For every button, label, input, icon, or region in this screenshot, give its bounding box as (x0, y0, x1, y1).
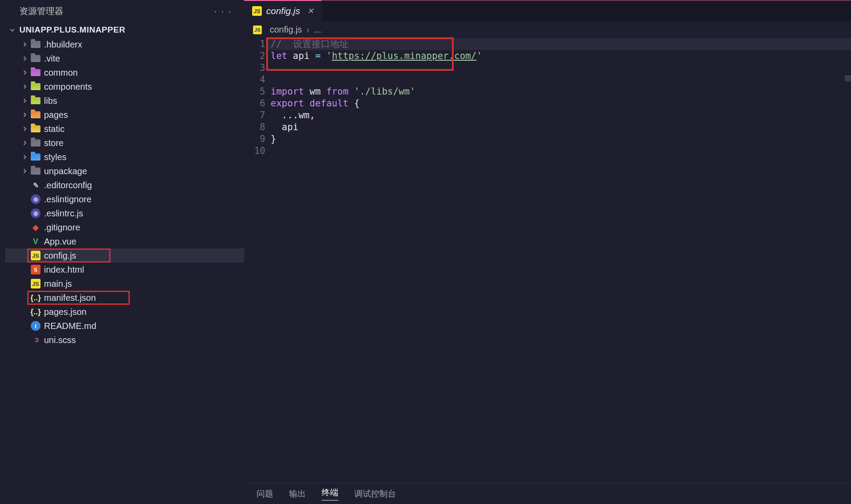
js-icon: JS (31, 279, 40, 289)
explorer-sidebar: 资源管理器 · · · UNIAPP.PLUS.MINAPPER .hbuild… (0, 0, 244, 504)
line-number-8: 8 (244, 121, 265, 133)
editor-pane: JS config.js ✕ JS config.js › ... 123456… (244, 0, 851, 504)
json-icon: {..} (31, 293, 40, 303)
folder-icon (31, 110, 40, 120)
js-icon: JS (253, 26, 262, 34)
breadcrumb-file: config.js (270, 25, 302, 35)
line-number-3: 3 (244, 62, 265, 74)
tree-folder-common[interactable]: common (5, 66, 244, 80)
panel-tab-3[interactable]: 调试控制台 (354, 488, 396, 500)
code-area[interactable]: 12345678910 // 设置接口地址 let api = 'https:/… (244, 37, 851, 483)
tree-item-label: components (44, 82, 92, 92)
js-icon: JS (252, 6, 262, 16)
vue-icon: V (31, 237, 40, 246)
line-number-10: 10 (244, 145, 265, 157)
breadcrumb-rest: ... (314, 25, 321, 35)
close-icon[interactable]: ✕ (307, 6, 314, 16)
tree-file-App.vue[interactable]: VApp.vue (5, 234, 244, 248)
folder-icon (31, 138, 40, 148)
file-tree: .hbuilderx.vitecommoncomponentslibspages… (5, 37, 244, 347)
tree-folder-components[interactable]: components (5, 80, 244, 94)
chevron-right-icon: › (306, 25, 309, 35)
tree-item-label: .hbuilderx (44, 40, 82, 50)
tree-item-label: uni.scss (44, 335, 76, 345)
git-icon: ◆ (31, 223, 40, 232)
code-line-3 (271, 62, 851, 74)
chevron-right-icon (21, 83, 28, 90)
code-line-5: import wm from './libs/wm' (271, 86, 851, 98)
chevron-right-icon (21, 139, 28, 146)
tree-folder-libs[interactable]: libs (5, 94, 244, 108)
tree-item-label: store (44, 138, 63, 148)
tree-item-label: .vite (44, 54, 60, 64)
tree-folder-static[interactable]: static (5, 122, 244, 136)
code-line-2: let api = 'https://plus.minapper.com/' (271, 50, 851, 62)
eslint-icon: ◎ (31, 194, 40, 204)
tree-file-.eslintrc.js[interactable]: ◎.eslintrc.js (5, 206, 244, 220)
folder-icon (31, 54, 40, 63)
project-root-toggle[interactable]: UNIAPP.PLUS.MINAPPER (5, 22, 244, 37)
code-line-8: api (271, 121, 851, 133)
tree-file-index.html[interactable]: 5index.html (5, 263, 244, 277)
folder-icon (31, 96, 40, 106)
code-content[interactable]: // 设置接口地址 let api = 'https://plus.minapp… (271, 38, 851, 483)
panel-tab-2[interactable]: 终端 (322, 487, 338, 500)
info-icon: i (31, 321, 40, 331)
code-line-6: export default { (271, 98, 851, 110)
tab-label: config.js (266, 6, 300, 16)
chevron-right-icon (21, 55, 28, 62)
code-line-4 (271, 74, 851, 86)
tree-item-label: static (44, 124, 65, 134)
json-icon: {..} (31, 307, 40, 317)
code-line-9: } (271, 133, 851, 145)
explorer-title: 资源管理器 (19, 5, 63, 17)
breadcrumb[interactable]: JS config.js › ... (244, 21, 851, 37)
tree-item-label: .eslintrc.js (44, 208, 83, 219)
tree-item-label: main.js (44, 279, 72, 289)
chevron-right-icon (21, 153, 28, 161)
tree-file-README.md[interactable]: iREADME.md (5, 319, 244, 333)
tree-item-label: index.html (44, 265, 84, 275)
tree-item-label: config.js (44, 251, 76, 261)
line-number-4: 4 (244, 74, 265, 86)
panel-tab-1[interactable]: 输出 (289, 488, 306, 500)
tree-item-label: .gitignore (44, 223, 80, 233)
tree-file-pages.json[interactable]: {..}pages.json (5, 305, 244, 319)
tree-file-main.js[interactable]: JSmain.js (5, 277, 244, 291)
tab-config-js[interactable]: JS config.js ✕ (244, 0, 322, 21)
tree-folder-pages[interactable]: pages (5, 108, 244, 122)
tree-item-label: App.vue (44, 237, 76, 247)
line-number-2: 2 (244, 50, 265, 62)
explorer-more-icon[interactable]: · · · (214, 6, 235, 17)
editorconfig-icon: ✎ (31, 180, 40, 190)
tree-file-.eslintignore[interactable]: ◎.eslintignore (5, 192, 244, 206)
editor-tabbar: JS config.js ✕ (244, 0, 851, 21)
line-number-1: 1 (244, 38, 265, 50)
js-icon: JS (31, 251, 40, 260)
tree-item-label: unpackage (44, 166, 87, 176)
folder-icon (31, 124, 40, 134)
chevron-down-icon (9, 26, 16, 33)
folder-icon (31, 166, 40, 176)
minimap-scrollbar[interactable] (845, 75, 851, 81)
panel-tab-0[interactable]: 问题 (257, 488, 273, 500)
tree-folder-store[interactable]: store (5, 136, 244, 150)
tree-item-label: manifest.json (44, 293, 96, 303)
tree-file-config.js[interactable]: JSconfig.js (5, 248, 244, 263)
sass-icon: ဒ (31, 335, 40, 345)
chevron-right-icon (21, 69, 28, 76)
line-number-gutter: 12345678910 (244, 38, 271, 483)
tree-folder-styles[interactable]: styles (5, 150, 244, 164)
panel-tabs: 问题输出终端调试控制台 (244, 483, 851, 504)
chevron-right-icon (21, 97, 28, 104)
tree-file-.editorconfig[interactable]: ✎.editorconfig (5, 178, 244, 192)
chevron-right-icon (21, 111, 28, 118)
tree-folder-.hbuilderx[interactable]: .hbuilderx (5, 37, 244, 51)
line-number-5: 5 (244, 86, 265, 98)
tree-folder-.vite[interactable]: .vite (5, 51, 244, 66)
tree-file-uni.scss[interactable]: ဒuni.scss (5, 333, 244, 347)
tree-item-label: styles (44, 152, 66, 162)
tree-file-manifest.json[interactable]: {..}manifest.json (5, 291, 244, 305)
tree-folder-unpackage[interactable]: unpackage (5, 164, 244, 178)
tree-file-.gitignore[interactable]: ◆.gitignore (5, 220, 244, 234)
